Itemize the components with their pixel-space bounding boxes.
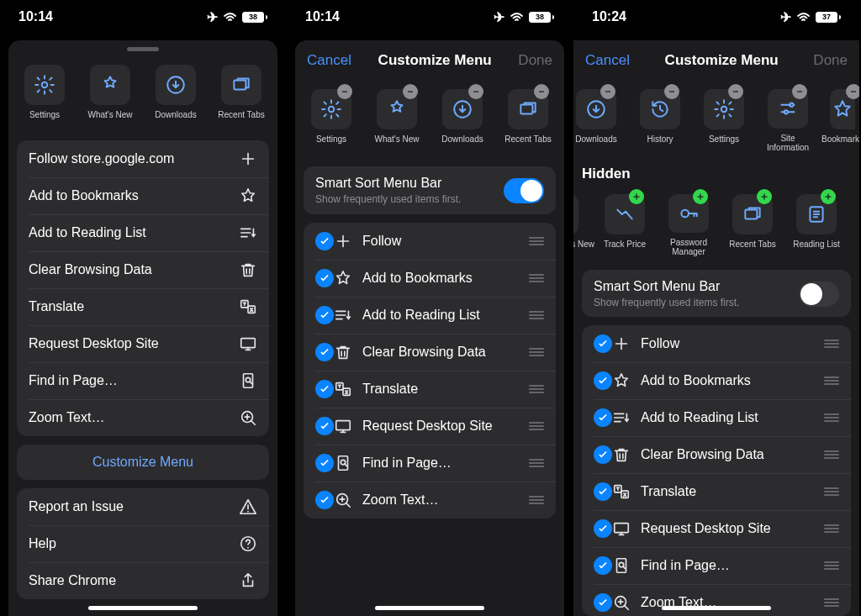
shortcut-downloads[interactable]: Downloads <box>148 65 203 129</box>
remove-badge[interactable] <box>792 84 807 99</box>
drag-handle-icon[interactable] <box>522 385 544 393</box>
find-in-page-row[interactable]: Find in Page… <box>304 445 556 482</box>
shortcut-recent-tabs[interactable]: Recent Tabs <box>500 89 556 153</box>
remove-badge[interactable] <box>728 84 743 99</box>
remove-badge[interactable] <box>534 84 549 99</box>
drag-handle-icon[interactable] <box>817 450 839 459</box>
add-badge[interactable] <box>757 189 772 204</box>
desktop-site-row[interactable]: Request Desktop Site <box>304 408 556 445</box>
add-badge[interactable] <box>629 189 644 204</box>
desktop-site-row[interactable]: Request Desktop Site <box>17 325 269 362</box>
zoom-text-row[interactable]: Zoom Text… <box>582 584 851 616</box>
remove-badge[interactable] <box>468 84 483 99</box>
clear-data-row[interactable]: Clear Browsing Data <box>582 436 851 473</box>
drag-handle-icon[interactable] <box>817 413 839 422</box>
shortcut-password-manager[interactable]: Password Manager <box>663 194 715 257</box>
report-issue-row[interactable]: Report an Issue <box>17 488 269 525</box>
shortcut-history[interactable]: History <box>634 89 686 152</box>
zoom-text-row[interactable]: Zoom Text… <box>304 482 556 519</box>
remove-badge[interactable] <box>846 84 859 99</box>
shortcut-recent-tabs[interactable]: Recent Tabs <box>726 194 779 257</box>
drag-handle-icon[interactable] <box>522 422 544 430</box>
shortcut-settings[interactable]: Settings <box>304 89 359 153</box>
follow-row[interactable]: Follow <box>582 325 851 362</box>
drag-handle-icon[interactable] <box>817 598 839 607</box>
reading-list-icon <box>612 408 631 427</box>
clear-data-row[interactable]: Clear Browsing Data <box>17 251 269 288</box>
bookmarks-row[interactable]: Add to Bookmarks <box>304 260 556 297</box>
find-in-page-row[interactable]: Find in Page… <box>17 362 269 399</box>
shortcut-row-hidden: What's New Track Price Password Manager … <box>573 186 859 262</box>
shortcut-settings[interactable]: Settings <box>17 65 72 129</box>
drag-handle-icon[interactable] <box>522 311 544 319</box>
zoom-text-row[interactable]: Zoom Text… <box>17 399 269 436</box>
home-indicator[interactable] <box>662 606 771 610</box>
translate-row[interactable]: Translate <box>304 371 556 408</box>
home-indicator[interactable] <box>88 606 198 610</box>
sheet-grabber[interactable] <box>127 47 159 51</box>
customize-menu-button[interactable]: Customize Menu <box>17 445 269 480</box>
cancel-button[interactable]: Cancel <box>585 52 630 69</box>
drag-handle-icon[interactable] <box>817 561 839 570</box>
shortcut-settings[interactable]: Settings <box>698 89 750 152</box>
shortcut-whats-new[interactable]: What's New <box>82 65 138 129</box>
done-button[interactable]: Done <box>518 52 552 69</box>
done-button[interactable]: Done <box>813 52 848 69</box>
drag-handle-icon[interactable] <box>522 459 544 467</box>
smart-sort-toggle[interactable] <box>504 178 544 203</box>
shortcut-bookmarks[interactable]: Bookmarks <box>826 89 859 152</box>
add-reading-list-row[interactable]: Add to Reading List <box>17 214 269 251</box>
add-badge[interactable] <box>693 189 708 204</box>
shortcut-track-price[interactable]: Track Price <box>599 194 651 257</box>
gear-icon <box>34 74 55 96</box>
desktop-icon <box>239 334 257 353</box>
bookmarks-row[interactable]: Add to Bookmarks <box>582 362 851 399</box>
follow-site-row[interactable]: Follow store.google.com <box>17 140 269 177</box>
tabs-icon <box>742 203 763 225</box>
follow-row[interactable]: Follow <box>304 223 556 260</box>
shortcut-whats-new[interactable]: What's New <box>573 194 587 257</box>
translate-row[interactable]: Translate <box>17 288 269 325</box>
sliders-icon <box>777 97 799 119</box>
share-chrome-row[interactable]: Share Chrome <box>17 562 269 599</box>
zoom-icon <box>334 491 352 509</box>
drag-handle-icon[interactable] <box>522 348 544 356</box>
shortcut-downloads[interactable]: Downloads <box>435 89 490 153</box>
drag-handle-icon[interactable] <box>817 487 839 496</box>
drag-handle-icon[interactable] <box>522 237 544 245</box>
translate-row[interactable]: Translate <box>582 473 851 510</box>
drag-handle-icon[interactable] <box>522 496 544 504</box>
shortcut-site-information[interactable]: Site Information <box>762 89 814 152</box>
reading-list-row[interactable]: Add to Reading List <box>582 399 851 436</box>
find-in-page-row[interactable]: Find in Page… <box>582 547 851 584</box>
shortcut-reading-list[interactable]: Reading List <box>790 194 843 257</box>
desktop-site-row[interactable]: Request Desktop Site <box>582 510 851 547</box>
clear-data-row[interactable]: Clear Browsing Data <box>304 334 556 371</box>
help-row[interactable]: Help <box>17 525 269 562</box>
customize-card: Customize Menu <box>17 445 269 480</box>
smart-sort-row[interactable]: Smart Sort Menu Bar Show frequently used… <box>582 270 851 317</box>
remove-badge[interactable] <box>664 84 679 99</box>
find-icon <box>612 556 631 575</box>
remove-badge[interactable] <box>337 84 352 99</box>
drag-handle-icon[interactable] <box>522 274 544 282</box>
shortcut-downloads[interactable]: Downloads <box>573 89 622 152</box>
smart-sort-row[interactable]: Smart Sort Menu Bar Show frequently used… <box>304 166 556 214</box>
shortcut-recent-tabs[interactable]: Recent Tabs <box>214 65 269 129</box>
smart-sort-toggle[interactable] <box>799 282 839 307</box>
add-bookmarks-row[interactable]: Add to Bookmarks <box>17 177 269 214</box>
cancel-button[interactable]: Cancel <box>307 52 351 69</box>
remove-badge[interactable] <box>403 84 418 99</box>
status-bar: 10:14 ✈︎ 38 <box>287 0 573 34</box>
battery-indicator: 38 <box>242 12 267 23</box>
home-indicator[interactable] <box>375 606 484 610</box>
reading-list-row[interactable]: Add to Reading List <box>304 297 556 334</box>
drag-handle-icon[interactable] <box>817 340 839 348</box>
drag-handle-icon[interactable] <box>817 524 839 533</box>
drag-handle-icon[interactable] <box>817 376 839 385</box>
reading-list-icon <box>334 306 352 324</box>
shortcut-whats-new[interactable]: What's New <box>369 89 425 153</box>
add-badge[interactable] <box>821 189 836 204</box>
remove-badge[interactable] <box>600 84 615 99</box>
translate-icon <box>334 380 352 398</box>
